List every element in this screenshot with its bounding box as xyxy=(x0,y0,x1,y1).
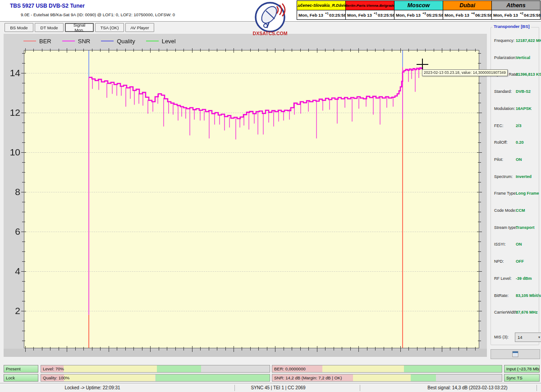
field-row-carrierwidth: CarrierWidth:37,676 MHz xyxy=(494,310,538,316)
field-value: ON xyxy=(516,242,522,246)
field-label: Spectrum: xyxy=(494,174,516,179)
clock-date: Mon, Feb 13 xyxy=(396,13,421,18)
field-value: Transport xyxy=(516,225,535,230)
clock-panel-3: MoscowMon, Feb 13+305:25:58 xyxy=(394,1,443,19)
statusbar-divider xyxy=(360,385,360,391)
progress-bar-level: Level: 70% xyxy=(41,365,270,373)
legend-label: Quality xyxy=(117,38,135,45)
window-list-icon xyxy=(512,351,518,357)
progress-label: SNR: 14,2 dB (Margin: 7,2 dB | OK) xyxy=(274,374,342,381)
legend-swatch-quality xyxy=(101,41,114,41)
field-row-standard: Standard:DVB-S2 xyxy=(494,89,531,95)
clock-panel-2: Berlin-Paris-Vienna-BelgradeMon, Feb 13+… xyxy=(346,1,394,19)
indicator-lock: Lock xyxy=(4,374,38,382)
clock-time-row: Mon, Feb 13+103:25:58 xyxy=(297,10,345,19)
clock-date: Mon, Feb 13 xyxy=(445,13,469,18)
clock-time-row: Mon, Feb 13+406:25:58 xyxy=(443,10,491,19)
field-label: Standard: xyxy=(494,89,516,94)
y-tick-label: 2 xyxy=(4,305,20,316)
tab-tsa-ok[interactable]: TSA (OK) xyxy=(95,23,124,32)
chart-canvas[interactable] xyxy=(4,34,487,357)
clock-utc-offset: +1 xyxy=(325,12,329,15)
field-row-frequency: Frequency:12187,622 MHz xyxy=(494,38,541,44)
statusbar-divider xyxy=(234,385,235,391)
field-row-issyi: ISSYI:ON xyxy=(494,242,522,248)
clock-utc-offset: +2 xyxy=(520,12,523,15)
field-label: Stream type: xyxy=(494,225,516,230)
clock-panel-4: DubaiMon, Feb 13+406:25:58 xyxy=(443,1,492,19)
clock-time: 04:25:58 xyxy=(524,13,541,18)
field-label: ISSYI: xyxy=(494,242,516,246)
clock-utc-offset: +4 xyxy=(471,12,475,15)
mis-dropdown[interactable]: 14 ▾ xyxy=(515,333,541,342)
clock-panel-1: Lučenec-Slovakia_R.DávidMon, Feb 13+103:… xyxy=(297,1,346,19)
field-row-stream-type: Stream type:Transport xyxy=(494,225,535,231)
field-row-pilot: Pilot:ON xyxy=(494,157,522,163)
group-title: Transponder [BS] xyxy=(492,24,531,29)
clock-utc-offset: +1 xyxy=(374,12,377,15)
field-value: 37,676 MHz xyxy=(516,310,538,315)
clock-time-row: Mon, Feb 13+103:25:58 xyxy=(346,10,394,19)
dxsatcs-logo: DXSATCS.COM xyxy=(251,1,289,36)
field-value: Inverted xyxy=(516,174,532,179)
field-label: Pilot: xyxy=(494,157,516,162)
field-value: Long Frame xyxy=(516,191,539,196)
clock-date: Mon, Feb 13 xyxy=(298,13,323,18)
window-title: TBS 5927 USB DVB-S2 Tuner xyxy=(10,3,85,9)
y-tick-label: 8 xyxy=(4,187,20,197)
field-label: BitRate: xyxy=(494,293,516,298)
progress-segment xyxy=(157,365,201,372)
progress-bar-quality: Quality: 100% xyxy=(41,374,270,382)
clock-time: 06:25:58 xyxy=(475,13,492,18)
progress-segment xyxy=(411,374,436,381)
mis-value: 14 xyxy=(518,335,523,340)
field-label: RF Level: xyxy=(494,276,516,281)
legend-label: BER xyxy=(39,38,51,45)
field-label: Code Mode: xyxy=(494,208,516,213)
field-label: FEC: xyxy=(494,123,516,128)
tab-bs-mode[interactable]: BS Mode xyxy=(5,23,33,32)
legend-item-quality: Quality xyxy=(101,38,135,45)
panel-toggle-button[interactable] xyxy=(491,349,540,359)
field-value: 83,105 Mbit/s xyxy=(516,293,541,298)
chart-tooltip: 2023-02-13 03.23.18, value: 14,300000190… xyxy=(422,69,508,76)
field-label: Modulation: xyxy=(494,106,516,111)
tab-signal-mon[interactable]: Signal Mon. xyxy=(65,23,94,32)
field-row-spectrum: Spectrum:Inverted xyxy=(494,174,532,180)
y-tick-label: 12 xyxy=(4,107,20,118)
signal-chart-panel: BERSNRQualityLevel 1412108642 2023-02-13… xyxy=(4,34,487,357)
legend-swatch-snr xyxy=(62,41,75,41)
field-row-polarization: Polarization:Vertical xyxy=(494,55,530,61)
legend-item-level: Level xyxy=(146,38,176,45)
lock-uptime-status: Locked -> Uptime: 22:09:31 xyxy=(45,385,140,390)
field-value: 16APSK xyxy=(516,106,532,111)
progress-segment xyxy=(353,374,411,381)
world-clocks: Lučenec-Slovakia_R.DávidMon, Feb 13+103:… xyxy=(297,0,541,20)
field-label: Frame Type: xyxy=(494,191,516,196)
clock-time: 03:25:58 xyxy=(378,13,395,18)
clock-city-label: Moscow xyxy=(394,1,443,10)
legend-item-ber: BER xyxy=(23,38,51,45)
tab-av-player[interactable]: AV Player xyxy=(125,23,154,32)
clock-utc-offset: +3 xyxy=(422,12,426,15)
progress-segment xyxy=(64,374,156,381)
field-value: DVB-S2 xyxy=(516,89,531,94)
tab-dt-mode[interactable]: DT Mode xyxy=(35,23,64,32)
field-value: 31396,813 KS/s xyxy=(516,72,541,77)
legend-swatch-level xyxy=(146,41,159,41)
crosshair-icon xyxy=(422,59,423,70)
clock-date: Mon, Feb 13 xyxy=(493,13,518,18)
transponder-subtitle: 9.0E - Eutelsat 9B/Ka-Sat 9A (ID: 0090) … xyxy=(21,12,175,17)
field-value: ON xyxy=(516,157,522,162)
field-row-bitrate: BitRate:83,105 Mbit/s xyxy=(494,293,541,299)
field-row-fec: FEC:2/3 xyxy=(494,123,522,129)
progress-bar-snr: SNR: 14,2 dB (Margin: 7,2 dB | OK) xyxy=(272,374,502,382)
progress-segment xyxy=(404,365,502,372)
field-row-frame-type: Frame Type:Long Frame xyxy=(494,191,539,197)
field-label: RollOff: xyxy=(494,140,516,145)
field-value: OFF xyxy=(516,259,524,264)
clock-city-label: Dubai xyxy=(443,1,491,10)
progress-label: Level: 70% xyxy=(43,365,64,372)
chevron-down-icon: ▾ xyxy=(538,335,540,339)
mode-tabs: BS ModeDT ModeSignal Mon.TSA (OK)AV Play… xyxy=(5,23,154,32)
